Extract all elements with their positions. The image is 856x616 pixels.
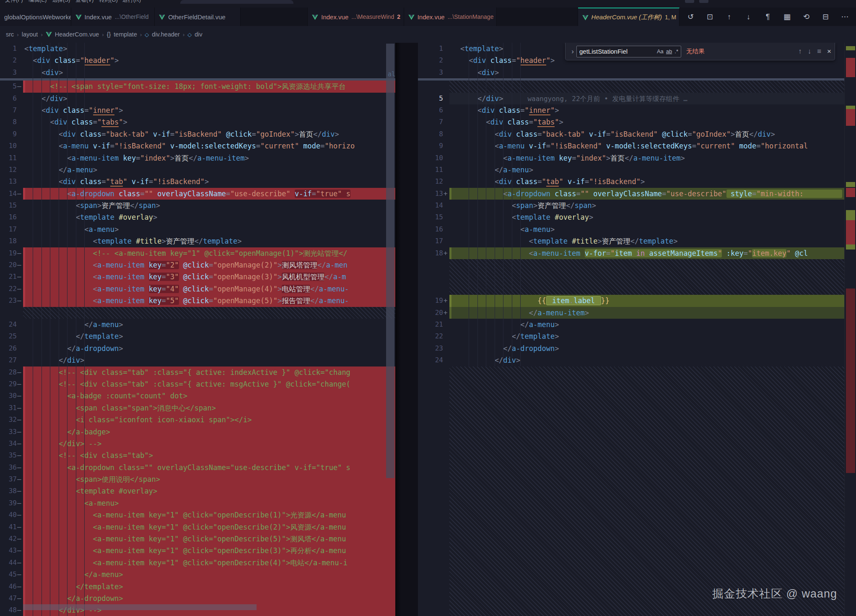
horizontal-scrollbar[interactable] — [23, 604, 257, 610]
find-widget: › getListStationFiel Aa ab .* 无结果 ↑ ↓ ≡ … — [565, 43, 835, 60]
tab-otherfielddetail.vue[interactable]: OtherFieldDetail.vue — [155, 8, 241, 26]
search-input[interactable]: getListStationFiel Aa ab .* — [576, 46, 681, 57]
line-number: 19— — [0, 247, 23, 259]
line-number: 11 — [0, 152, 23, 164]
breadcrumb-item[interactable]: div — [195, 31, 202, 38]
line-number: 19+ — [418, 295, 449, 307]
code-text: </a-menu> — [449, 164, 845, 176]
match-case-icon[interactable]: Aa — [657, 48, 664, 55]
line-number: 30— — [0, 390, 23, 402]
code-line: 13+ <a-dropdown class="" overlayClassNam… — [418, 188, 845, 200]
split-editor-icon[interactable]: ⊟ — [818, 10, 833, 23]
line-number: 27 — [0, 354, 23, 366]
code-line: 11 <a-menu-item key="index">首页</a-menu-i… — [0, 152, 395, 164]
menu-item[interactable]: 运行(R) — [122, 0, 141, 4]
code-line: 19— <!-- <a-menu-item key="1" @click="op… — [0, 247, 395, 259]
code-text: <!-- <div class="tab"> — [23, 450, 395, 461]
previous-match-icon[interactable]: ↑ — [798, 47, 802, 56]
line-number: 46— — [0, 581, 23, 593]
tab-index.vue[interactable]: Index.vue...\OtherField — [71, 8, 155, 26]
menu-item[interactable]: 查看(V) — [75, 0, 93, 4]
more-actions-icon[interactable]: ⋯ — [837, 10, 853, 23]
code-text: </div> — [449, 354, 845, 366]
code-text: <template #overlay> — [449, 211, 845, 223]
line-number: 6 — [0, 93, 23, 104]
code-line: 10 <a-menu-item key="index">首页</a-menu-i… — [418, 152, 845, 164]
breadcrumb-item[interactable]: HeaderCom.vue — [55, 31, 99, 38]
line-number: 14 — [418, 200, 449, 211]
breadcrumb[interactable]: src›layout›HeaderCom.vue›{}template›◇div… — [0, 26, 856, 43]
swap-sides-icon[interactable]: ⟲ — [799, 10, 814, 23]
diff-filler — [0, 307, 395, 319]
toggle-whitespace-icon[interactable]: ¶ — [760, 10, 776, 23]
ruler-diff-mark — [846, 210, 855, 220]
breadcrumb-separator-icon: › — [102, 31, 104, 38]
regex-icon[interactable]: .* — [674, 48, 678, 55]
tab-index.vue[interactable]: Index.vue...\StationManage3 — [404, 8, 497, 26]
open-changes-icon[interactable]: ⊡ — [702, 10, 718, 23]
original-editor-pane[interactable]: 1 <template>2 <div class="header">3 <div… — [0, 43, 395, 616]
char-diff-highlight: 报告管理 — [282, 296, 310, 305]
tab-headercom.vue-[interactable]: HeaderCom.vue (工作树)1, M× — [578, 8, 680, 26]
diff-filler — [418, 259, 845, 295]
code-line: 5— <!-- <span style="font-size: 18px; fo… — [0, 81, 395, 92]
toggle-replace-icon[interactable]: › — [569, 47, 576, 56]
next-change-icon[interactable]: ↓ — [741, 10, 756, 23]
command-center-fragment — [180, 0, 293, 4]
vue-file-icon — [75, 14, 82, 20]
code-line: 17 <template #title>资产管理</template> — [418, 235, 845, 247]
code-text: <a-menu-item v-for="item in assetManageI… — [449, 247, 845, 259]
char-diff-highlight: style="min-width: — [726, 190, 842, 198]
indent-guide — [33, 43, 33, 616]
tab-index.vue[interactable]: Index.vue...\MeasureWind2 — [308, 8, 404, 26]
code-text: <div class="tab" v-if="!isBackend"> — [23, 176, 395, 187]
next-match-icon[interactable]: ↓ — [808, 47, 812, 56]
breadcrumb-item[interactable]: src — [6, 31, 14, 38]
indent-guide — [512, 43, 512, 366]
git-blame-annotation: waangyong, 22个月前 • 发电量计算等缓存组件 … — [503, 95, 687, 103]
vertical-scrollbar[interactable] — [386, 44, 394, 478]
line-number — [0, 307, 23, 319]
code-text: </template> — [449, 330, 845, 342]
code-text: <!-- <a-menu-item key="1" @click="openMa… — [23, 247, 395, 259]
code-text: </template> — [23, 581, 395, 593]
menu-item[interactable]: 文件(F) — [5, 0, 23, 4]
line-number: 31— — [0, 402, 23, 414]
line-number: 32— — [0, 414, 23, 426]
previous-change-icon[interactable]: ↑ — [721, 10, 737, 23]
breadcrumb-item[interactable]: div.header — [152, 31, 180, 38]
modified-editor-pane[interactable]: 1 <template>2 <div class="header">3 <div… — [418, 43, 856, 616]
code-text: </a-dropdown> — [23, 593, 395, 604]
overview-ruler[interactable] — [844, 43, 856, 616]
diff-filler — [418, 81, 845, 92]
char-diff-highlight: key="3" — [149, 273, 179, 281]
tab-globaloptionswebworker.js[interactable]: globalOptionsWebworker.js — [0, 8, 71, 26]
close-find-icon[interactable]: × — [827, 47, 831, 56]
ruler-diff-mark — [846, 106, 855, 109]
code-line: 15 <span>资产管理</span> — [0, 200, 395, 211]
discard-changes-icon[interactable]: ↺ — [683, 10, 698, 23]
menu-bar: 文件(F)编辑(E)选择(S)查看(V)转到(G)运行(R) — [0, 0, 856, 8]
word-wrap-icon[interactable]: ▦ — [779, 10, 795, 23]
menu-item[interactable]: 转到(G) — [99, 0, 118, 4]
code-text: <i class="iconfont icon-xiaoxi span"></i… — [23, 414, 395, 426]
code-line: 34— </div> --> — [0, 438, 395, 450]
code-text: <template #overlay> — [23, 485, 395, 497]
code-line: 39— <a-menu> — [0, 497, 395, 509]
line-number: 6 — [418, 104, 449, 116]
menu-item[interactable]: 编辑(E) — [29, 0, 47, 4]
line-number: 12 — [418, 176, 449, 187]
menu-item[interactable]: 选择(S) — [52, 0, 70, 4]
breadcrumb-item[interactable]: template — [114, 31, 137, 38]
code-text: </a-dropdown> — [23, 343, 395, 354]
code-line: 27 </div> — [0, 354, 395, 366]
whole-word-icon[interactable]: ab — [666, 48, 672, 55]
line-number: 20— — [0, 259, 23, 271]
code-text: <!-- <span style="font-size: 18px; font-… — [23, 81, 395, 92]
find-in-selection-icon[interactable]: ≡ — [817, 47, 821, 56]
pane-divider[interactable] — [395, 43, 418, 616]
code-text: </div>waangyong, 22个月前 • 发电量计算等缓存组件 … — [449, 93, 845, 104]
symbol-element-icon: ◇ — [145, 31, 149, 38]
indent-guide — [495, 43, 495, 366]
breadcrumb-item[interactable]: layout — [22, 31, 38, 38]
